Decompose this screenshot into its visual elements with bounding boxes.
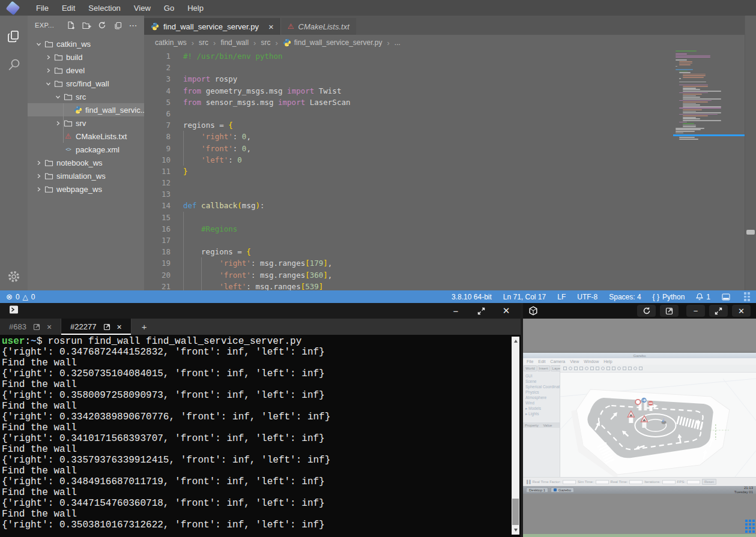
more-actions-icon[interactable]: ⋯ (129, 20, 138, 30)
gazebo-tree-atmosphere[interactable]: Atmosphere (525, 395, 560, 400)
terminal-scrollbar-thumb[interactable] (512, 499, 519, 525)
minimap[interactable] (676, 50, 743, 152)
gazebo-tab-world[interactable]: World (524, 365, 537, 371)
menu-item-help[interactable]: Help (181, 0, 210, 16)
tree-item-devel[interactable]: devel (28, 64, 144, 77)
terminal-scrollbar[interactable] (512, 337, 519, 535)
activity-settings[interactable] (0, 263, 28, 290)
tree-item-webpage-ws[interactable]: webpage_ws (28, 182, 144, 196)
code-editor[interactable]: 1#! /usr/bin/env python23import rospy4fr… (144, 50, 676, 290)
taskbar-item-gazebo[interactable]: Gazebo (551, 487, 574, 493)
gazebo-tool-icon[interactable] (612, 367, 615, 370)
gazebo-menu-file[interactable]: File (527, 359, 533, 364)
status-ln-71-col-17[interactable]: Ln 71, Col 17 (503, 293, 546, 301)
minimize-button[interactable]: − (450, 305, 461, 316)
gazebo-tool-icon[interactable] (590, 367, 594, 370)
breadcrumb-item[interactable]: ... (395, 38, 401, 47)
tree-item-cmakelists-txt[interactable]: ⚠CMakeLists.txt (28, 130, 144, 143)
close-tab-icon[interactable]: × (117, 322, 122, 332)
gazebo-tree-gui[interactable]: GUI (525, 373, 560, 379)
status-notifications[interactable]: 1 (696, 293, 710, 301)
gazebo-tool-icon[interactable] (563, 367, 567, 370)
close-button[interactable]: ✕ (501, 305, 512, 316)
gazebo-menu-window[interactable]: Window (584, 359, 599, 364)
status-3-8-10-64-bit[interactable]: 3.8.10 64-bit (452, 293, 492, 301)
tree-item-simulation-ws[interactable]: simulation_ws (28, 169, 144, 182)
editor-scrollbar[interactable] (745, 16, 756, 290)
gazebo-tool-icon[interactable] (623, 367, 626, 370)
expand-button[interactable] (709, 305, 728, 317)
scroll-up-arrow-icon[interactable] (512, 337, 519, 345)
tree-item-srv[interactable]: srv (28, 116, 144, 130)
breadcrumb-item[interactable]: find_wall_service_server.py (283, 38, 383, 47)
gazebo-tree-scene[interactable]: Scene (525, 379, 560, 384)
new-folder-icon[interactable] (82, 20, 91, 30)
activity-search[interactable] (0, 50, 28, 78)
status-lf[interactable]: LF (557, 293, 566, 301)
tree-item-src[interactable]: src (28, 90, 144, 103)
gazebo-tool-icon[interactable] (628, 367, 632, 370)
gazebo-tool-icon[interactable] (574, 367, 578, 370)
gazebo-menu-help[interactable]: Help (603, 359, 612, 364)
pause-icon[interactable]: ▐▐ (525, 480, 531, 484)
new-file-icon[interactable] (66, 20, 76, 30)
gazebo-tree-physics[interactable]: Physics (525, 389, 560, 395)
gazebo-menu-view[interactable]: View (570, 359, 579, 364)
menu-item-selection[interactable]: Selection (82, 0, 127, 16)
tree-item-src-find-wall[interactable]: src/find_wall (28, 77, 144, 90)
gazebo-window[interactable]: Gazebo FileEditCameraViewWindowHelp Worl… (523, 353, 756, 486)
gazebo-tool-icon[interactable] (601, 367, 605, 370)
close-tab-icon[interactable]: × (268, 22, 274, 31)
status-utf-8[interactable]: UTF-8 (577, 293, 597, 301)
menu-item-file[interactable]: File (29, 0, 55, 16)
gazebo-tab-insert[interactable]: Insert (537, 365, 550, 371)
scroll-down-arrow-icon[interactable] (512, 526, 519, 534)
open-editors-icon[interactable] (113, 20, 122, 30)
terminal-tab-22277[interactable]: #22277× (61, 319, 132, 335)
close-button[interactable]: ✕ (732, 305, 751, 317)
gazebo-tool-icon[interactable] (579, 367, 583, 370)
reset-button[interactable]: Reset (702, 479, 716, 485)
new-terminal-button[interactable]: + (132, 319, 157, 335)
gazebo-3d-viewport[interactable] (560, 373, 756, 477)
gazebo-tool-icon[interactable] (585, 367, 588, 370)
breadcrumb-item[interactable]: find_wall (220, 38, 249, 47)
gazebo-tool-icon[interactable] (606, 367, 610, 370)
tree-item-catkin-ws[interactable]: catkin_ws (28, 37, 144, 50)
status-spaces-4[interactable]: Spaces: 4 (609, 293, 641, 301)
open-external-icon[interactable] (103, 323, 110, 331)
tree-item-find-wall-servic-[interactable]: find_wall_servic... (28, 103, 144, 116)
status-language-python[interactable]: { }Python (653, 293, 685, 301)
refresh-button[interactable] (637, 305, 656, 317)
activity-explorer[interactable] (0, 23, 28, 50)
app-logo-icon[interactable] (6, 1, 20, 15)
close-tab-icon[interactable]: × (47, 322, 52, 332)
terminal-output[interactable]: user:~$ rosrun find_wall find_wall_servi… (2, 336, 510, 537)
open-external-icon[interactable] (33, 323, 40, 331)
gazebo-tree-spherical-coordinates[interactable]: Spherical Coordinates (525, 384, 560, 389)
menu-item-view[interactable]: View (127, 0, 157, 16)
editor-scrollbar-thumb[interactable] (746, 230, 755, 235)
gazebo-tool-icon[interactable] (639, 367, 643, 370)
breadcrumb-item[interactable]: catkin_ws (155, 38, 187, 47)
gazebo-tool-icon[interactable] (634, 367, 637, 370)
breadcrumb-item[interactable]: src (199, 38, 208, 47)
open-in-new-window-button[interactable] (660, 305, 679, 317)
gazebo-tree-wind[interactable]: Wind (525, 400, 560, 406)
gazebo-tool-icon[interactable] (617, 367, 621, 370)
problems-indicator[interactable]: ⊗ 0 △ 0 (6, 292, 35, 301)
taskbar-item-desktop-1[interactable]: Desktop 1 (526, 487, 548, 493)
terminal-tab-683[interactable]: #683× (0, 319, 61, 335)
breadcrumb-item[interactable]: src (261, 38, 270, 47)
gazebo-menu-camera[interactable]: Camera (550, 359, 565, 364)
refresh-icon[interactable] (97, 20, 107, 30)
tree-item-build[interactable]: build (28, 50, 144, 64)
tree-item-notebook-ws[interactable]: notebook_ws (28, 156, 144, 169)
expand-button[interactable] (476, 305, 486, 316)
tab-find-wall-service-server-py[interactable]: find_wall_service_server.py× (144, 18, 280, 35)
tab-cmakelists-txt[interactable]: ⚠CMakeLists.txt (280, 18, 356, 35)
minimize-button[interactable]: − (686, 305, 705, 317)
gazebo-tool-icon[interactable] (569, 367, 572, 370)
gazebo-menu-edit[interactable]: Edit (538, 359, 545, 364)
menu-item-go[interactable]: Go (157, 0, 181, 16)
